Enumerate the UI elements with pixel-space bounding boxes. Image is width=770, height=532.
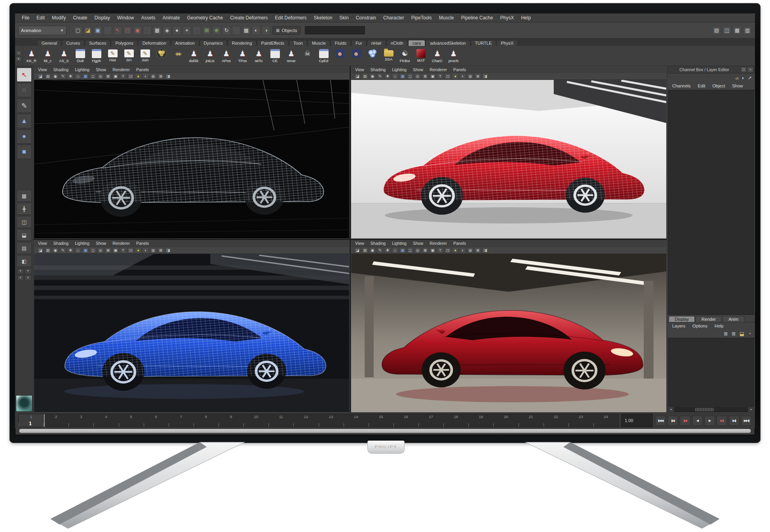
scrollbar-track[interactable] <box>674 407 748 412</box>
viewport-menu-item[interactable]: Panels <box>453 241 466 246</box>
menu-item[interactable]: Animate <box>159 15 183 21</box>
scroll-right-icon[interactable]: ▸ <box>748 407 754 412</box>
statusline-icon[interactable]: ▩ <box>242 26 251 35</box>
viewport-toolbar-icon[interactable]: ◨ <box>165 73 171 79</box>
shelf-button[interactable]: CharC <box>429 49 445 63</box>
statusline-icon[interactable] <box>103 26 112 35</box>
viewport-toolbar-icon[interactable]: ◍ <box>467 247 473 253</box>
menu-item[interactable]: Window <box>114 15 138 21</box>
viewport-toolbar-icon[interactable]: ◳ <box>127 73 134 79</box>
frame-tick[interactable]: 10 <box>243 414 268 427</box>
shelf-button[interactable]: CE <box>267 49 283 63</box>
shelf-tab[interactable]: Toon <box>289 40 307 46</box>
viewport-toolbar-icon[interactable]: T <box>437 247 443 253</box>
selection-mask-dropdown[interactable]: ▦ Objects <box>272 26 300 35</box>
viewport-menu-item[interactable]: Renderer <box>112 67 130 72</box>
layout-mini-button[interactable]: ▾ <box>25 268 31 274</box>
viewport-toolbar-icon[interactable]: ▥ <box>362 73 368 79</box>
layout-mini-button[interactable]: ▾ <box>25 275 31 281</box>
viewport-toolbar-icon[interactable]: ⊞ <box>475 73 481 79</box>
viewport-toolbar-icon[interactable]: ◇ <box>75 73 81 79</box>
viewport-canvas-wireframe-car[interactable] <box>34 80 349 239</box>
menu-item[interactable]: Help <box>517 15 534 21</box>
menu-item[interactable]: Constrain <box>352 15 380 21</box>
shelf-tab[interactable]: Surfaces <box>85 40 110 46</box>
frame-tick[interactable]: 9 <box>219 414 243 427</box>
quick-rename-field[interactable] <box>305 26 365 34</box>
menu-item[interactable]: Character <box>380 15 408 21</box>
frame-tick[interactable]: 24 <box>593 414 618 427</box>
frame-tick[interactable]: 14 <box>344 414 369 427</box>
shelf-tab[interactable]: TURTLE <box>471 40 496 46</box>
toolbox-tool-button[interactable]: ◌ <box>17 83 32 97</box>
shelf-button[interactable] <box>153 49 169 63</box>
layout-shortcut-button[interactable]: ▦ <box>17 190 32 202</box>
viewport-toolbar-icon[interactable]: ◎ <box>414 247 421 253</box>
shelf-button[interactable]: procN <box>445 49 462 63</box>
viewport-toolbar-icon[interactable]: ◪ <box>37 247 44 253</box>
viewport-toolbar-icon[interactable]: ⊞ <box>158 73 164 79</box>
menu-item[interactable]: Create <box>69 15 91 21</box>
layout-shortcut-button[interactable]: ◫ <box>17 216 32 228</box>
layer-editor-menu-item[interactable]: Help <box>711 324 727 328</box>
viewport-toolbar-icon[interactable]: ⊠ <box>105 247 111 253</box>
viewport-toolbar-icon[interactable]: T <box>120 247 126 253</box>
shelf-button[interactable]: Outl <box>72 49 88 63</box>
viewport-toolbar-icon[interactable]: ◳ <box>127 247 134 253</box>
viewport-toolbar-icon[interactable]: ▦ <box>82 247 89 253</box>
toolbox-tool-button[interactable]: ↖ <box>17 68 32 82</box>
statusline-icon[interactable] <box>143 26 152 35</box>
shelf-tab[interactable]: Dynamics <box>200 40 227 46</box>
channel-box-menu-item[interactable]: Object <box>709 83 728 88</box>
viewport-toolbar-icon[interactable]: ● <box>452 247 458 253</box>
frame-tick[interactable]: 5 <box>119 414 144 427</box>
viewport-canvas-blue-wireframe-car[interactable] <box>34 254 349 413</box>
menu-item[interactable]: PhysX <box>496 15 517 21</box>
playback-button[interactable]: ▮◀◀ <box>655 416 666 426</box>
viewport-toolbar-icon[interactable]: ◳ <box>445 247 451 253</box>
create-layer-icon[interactable]: ≣ <box>732 331 736 337</box>
viewport-toolbar-icon[interactable]: ▥ <box>45 73 51 79</box>
character-thumbnail[interactable] <box>16 395 32 412</box>
layout-mini-button[interactable]: ▾ <box>17 275 24 281</box>
viewport-toolbar-icon[interactable]: ◐ <box>460 247 466 253</box>
viewport-menu-item[interactable]: Show <box>96 67 106 72</box>
viewport-menu-item[interactable]: Shading <box>371 241 386 246</box>
statusline-icon[interactable]: ▣ <box>93 26 102 35</box>
statusline-icon[interactable]: ◻ <box>123 26 132 35</box>
layer-editor-menu-item[interactable]: Layers <box>669 324 689 328</box>
viewport-toolbar-icon[interactable]: ◇ <box>392 247 398 253</box>
viewport-menu-item[interactable]: Renderer <box>112 241 130 246</box>
viewport-toolbar-icon[interactable]: ◉ <box>369 247 376 253</box>
shelf-tab[interactable]: nCloth <box>386 40 408 46</box>
viewport-menu-item[interactable]: Shading <box>371 67 386 72</box>
shelf-menu-icon[interactable]: ▪ <box>16 51 21 55</box>
frame-tick[interactable]: 3 <box>68 414 93 427</box>
shelf-tab[interactable]: Fur <box>351 40 367 46</box>
close-panel-icon[interactable]: × <box>747 67 753 72</box>
layout-shortcut-button[interactable]: ╋ <box>17 203 32 215</box>
shelf-tab[interactable]: Rendering <box>228 40 257 46</box>
viewport-toolbar-icon[interactable]: T <box>437 73 443 79</box>
viewport-toolbar-icon[interactable]: ❖ <box>384 73 391 79</box>
viewport-toolbar-icon[interactable]: ▦ <box>399 247 406 253</box>
viewport-toolbar-icon[interactable]: ◉ <box>369 73 376 79</box>
playback-button[interactable]: ▶ <box>704 416 715 426</box>
playback-button[interactable]: ▮◀ <box>680 416 690 426</box>
viewport-toolbar-icon[interactable]: ◇ <box>392 73 398 79</box>
statusline-icon[interactable] <box>232 26 241 35</box>
shelf-button[interactable]: delSk <box>186 49 202 63</box>
time-slider[interactable]: 1 12345678910111213141516171819202122232… <box>18 414 619 427</box>
menu-item[interactable]: Modify <box>48 15 69 21</box>
frame-tick[interactable]: 13 <box>319 414 344 427</box>
viewport-toolbar-icon[interactable]: ◉ <box>52 73 59 79</box>
shelf-tab[interactable]: Curves <box>62 40 84 46</box>
statusline-icon[interactable]: ◐ <box>252 26 260 35</box>
menu-item[interactable]: PipeTools <box>408 15 435 21</box>
viewport-toolbar-icon[interactable]: ▣ <box>112 247 119 253</box>
statusline-icon[interactable]: ↻ <box>222 26 231 35</box>
viewport-toolbar-icon[interactable]: ⊠ <box>105 73 111 79</box>
viewport-menu-item[interactable]: Shading <box>53 241 69 246</box>
menu-item[interactable]: File <box>18 15 33 21</box>
shelf-button[interactable] <box>169 49 186 63</box>
